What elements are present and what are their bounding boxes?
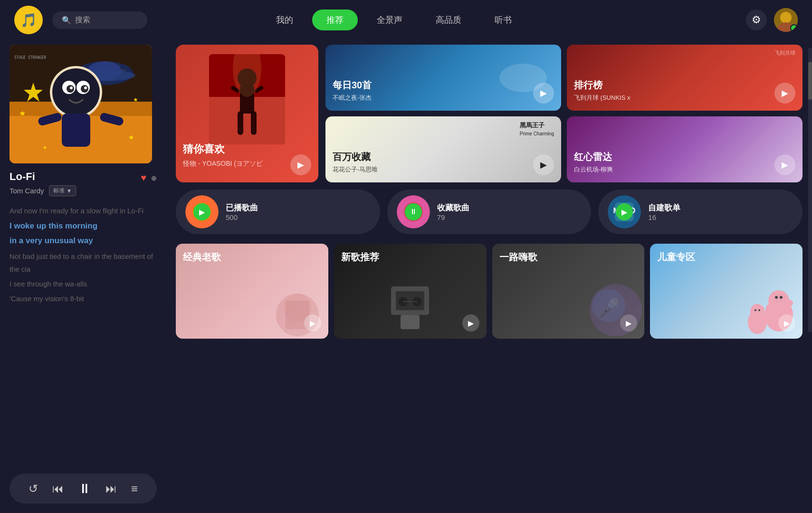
rank-card-label: 排行榜 bbox=[574, 79, 602, 92]
header: 🎵 🔍 搜索 我的 推荐 全景声 高品质 听书 ⚙ bbox=[0, 0, 812, 40]
settings-button[interactable]: ⚙ bbox=[746, 10, 767, 30]
lyric-line-4: I see through the wa-alls bbox=[10, 276, 157, 291]
lyric-line-5: 'Cause my vision's 8-bit bbox=[10, 291, 157, 306]
featured-card-million[interactable]: 黑馬王子Prime Charming 百万收藏 花花公子-马思唯 ▶ bbox=[325, 116, 561, 182]
add-icon[interactable]: ⊕ bbox=[151, 174, 157, 182]
new-play-btn[interactable]: ▶ bbox=[462, 314, 479, 332]
avatar-badge bbox=[790, 24, 798, 32]
sidebar-player: ★ ★ ★ ★ STAGE STRANGER Lo-Fi ♥ ⊕ Tom Car… bbox=[0, 40, 166, 513]
play-icon-played: ▶ bbox=[193, 203, 210, 220]
featured-main-sub: 怪物 - YOASOBI (ヨアソビ bbox=[183, 160, 263, 168]
svg-point-12 bbox=[52, 68, 100, 116]
svg-point-68 bbox=[758, 309, 760, 311]
category-card-new[interactable]: 新歌推荐 ▶ bbox=[334, 244, 487, 339]
featured-card-radar[interactable]: 红心雷达 白云机场-柳爽 ▶ bbox=[567, 116, 802, 182]
million-card-sub: 花花公子-马思唯 bbox=[333, 165, 378, 174]
tab-audiobook[interactable]: 听书 bbox=[480, 10, 526, 30]
featured-main-play[interactable]: ▶ bbox=[290, 154, 311, 175]
lyric-line-2-active: I woke up this morningin a very unusual … bbox=[10, 218, 157, 249]
road-label: 一路嗨歌 bbox=[499, 251, 537, 264]
main-content: ★ ★ ★ ★ STAGE STRANGER Lo-Fi ♥ ⊕ Tom Car… bbox=[0, 40, 812, 513]
quality-selector[interactable]: 标准 ▼ bbox=[49, 185, 76, 196]
playlist-thumb-custom: MyGO ▶ bbox=[608, 195, 641, 228]
svg-point-63 bbox=[780, 296, 783, 299]
tab-spatial[interactable]: 全景声 bbox=[363, 10, 417, 30]
kids-label: 儿童专区 bbox=[657, 251, 695, 264]
search-bar[interactable]: 🔍 搜索 bbox=[52, 11, 147, 29]
svg-text:★: ★ bbox=[128, 133, 134, 141]
scrollbar-thumb bbox=[808, 62, 812, 100]
header-right: ⚙ bbox=[746, 8, 798, 32]
rank-tag: 飞到月球 bbox=[774, 49, 795, 57]
featured-main-label: 猜你喜欢 bbox=[183, 142, 225, 156]
heart-icon[interactable]: ♥ bbox=[141, 172, 146, 183]
next-button[interactable]: ⏭ bbox=[105, 482, 117, 495]
avatar[interactable] bbox=[774, 8, 798, 32]
road-play-btn[interactable]: ▶ bbox=[620, 314, 637, 332]
featured-grid: 每日30首 不眠之夜-张杰 ▶ 飞到月球 排行榜 飞到月球 (SUNKIS x … bbox=[325, 45, 802, 182]
featured-main-card[interactable]: 猜你喜欢 怪物 - YOASOBI (ヨアソビ ▶ bbox=[176, 45, 318, 182]
playlist-card-favorites[interactable]: 🎀 ⏸ 收藏歌曲 79 bbox=[387, 190, 592, 234]
song-info: Lo-Fi ♥ ⊕ Tom Cardy 标准 ▼ bbox=[10, 171, 157, 196]
song-title: Lo-Fi bbox=[10, 171, 35, 183]
pause-button[interactable]: ⏸ bbox=[78, 481, 91, 496]
daily-play-btn[interactable]: ▶ bbox=[533, 83, 554, 104]
playlist-card-custom[interactable]: MyGO ▶ 自建歌单 16 bbox=[598, 190, 802, 234]
pause-icon-favorites: ⏸ bbox=[405, 203, 422, 220]
million-card-label: 百万收藏 bbox=[333, 151, 371, 163]
prev-button[interactable]: ⏮ bbox=[52, 482, 64, 495]
lyrics-display: And now I'm ready for a slow flight in L… bbox=[10, 201, 157, 469]
svg-point-66 bbox=[750, 304, 764, 318]
featured-card-rank[interactable]: 飞到月球 排行榜 飞到月球 (SUNKIS x ▶ bbox=[567, 45, 802, 111]
radar-play-btn[interactable]: ▶ bbox=[774, 154, 795, 175]
svg-text:★: ★ bbox=[133, 96, 138, 103]
rank-play-btn[interactable]: ▶ bbox=[774, 83, 795, 104]
category-row: 经典老歌 ▶ 新歌推荐 bbox=[176, 244, 802, 339]
playlist-info-favorites: 收藏歌曲 79 bbox=[437, 202, 469, 221]
classic-play-btn[interactable]: ▶ bbox=[304, 314, 321, 332]
svg-point-67 bbox=[755, 309, 756, 311]
new-label: 新歌推荐 bbox=[341, 251, 379, 264]
nav-tabs: 我的 推荐 全景声 高品质 听书 bbox=[262, 10, 526, 30]
search-label: 搜索 bbox=[75, 15, 90, 25]
tab-hq[interactable]: 高品质 bbox=[421, 10, 476, 30]
search-icon: 🔍 bbox=[62, 16, 71, 25]
svg-rect-34 bbox=[251, 111, 257, 135]
radar-card-label: 红心雷达 bbox=[574, 151, 612, 163]
svg-rect-19 bbox=[62, 114, 90, 147]
playlist-info-played: 已播歌曲 500 bbox=[226, 202, 258, 221]
million-play-btn[interactable]: ▶ bbox=[533, 154, 554, 175]
playlist-thumb-played: 🎵 ▶ bbox=[185, 195, 219, 228]
featured-main-image bbox=[209, 54, 285, 144]
song-artist: Tom Cardy bbox=[10, 187, 44, 195]
svg-text:STAGE STRANGER: STAGE STRANGER bbox=[14, 56, 47, 60]
playlist-row: 🎵 ▶ 已播歌曲 500 🎀 ⏸ bbox=[176, 190, 802, 234]
svg-text:★: ★ bbox=[43, 145, 47, 150]
kids-play-btn[interactable]: ▶ bbox=[778, 314, 795, 332]
featured-row: 猜你喜欢 怪物 - YOASOBI (ヨアソビ ▶ 每日30首 不眠之夜-张杰 … bbox=[176, 45, 802, 182]
app-logo[interactable]: 🎵 bbox=[14, 6, 43, 34]
repeat-button[interactable]: ↺ bbox=[29, 482, 38, 495]
tab-mine[interactable]: 我的 bbox=[262, 10, 307, 30]
tab-recommend[interactable]: 推荐 bbox=[312, 10, 358, 30]
featured-card-daily[interactable]: 每日30首 不眠之夜-张杰 ▶ bbox=[325, 45, 561, 111]
svg-point-64 bbox=[782, 299, 793, 307]
classic-label: 经典老歌 bbox=[183, 251, 221, 264]
category-card-kids[interactable]: 儿童专区 ▶ bbox=[650, 244, 802, 339]
lyric-line-3: Not bad just tied to a chair in the base… bbox=[10, 249, 157, 276]
category-card-classic[interactable]: 经典老歌 ▶ bbox=[176, 244, 328, 339]
svg-point-62 bbox=[775, 296, 778, 299]
category-card-road[interactable]: 一路嗨歌 🎤 ▶ bbox=[492, 244, 645, 339]
playlist-button[interactable]: ≡ bbox=[131, 482, 138, 495]
gear-icon: ⚙ bbox=[752, 14, 761, 26]
radar-card-sub: 白云机场-柳爽 bbox=[574, 165, 613, 174]
play-icon-custom: ▶ bbox=[616, 203, 633, 220]
album-cover[interactable]: ★ ★ ★ ★ STAGE STRANGER bbox=[10, 45, 152, 163]
playlist-thumb-favorites: 🎀 ⏸ bbox=[397, 195, 430, 228]
playlist-card-played[interactable]: 🎵 ▶ 已播歌曲 500 bbox=[176, 190, 380, 234]
daily-card-sub: 不眠之夜-张杰 bbox=[333, 94, 372, 102]
lyric-line-1: And now I'm ready for a slow flight in L… bbox=[10, 203, 157, 218]
scrollbar[interactable] bbox=[808, 48, 812, 332]
daily-card-label: 每日30首 bbox=[333, 79, 372, 92]
svg-rect-33 bbox=[238, 111, 243, 135]
